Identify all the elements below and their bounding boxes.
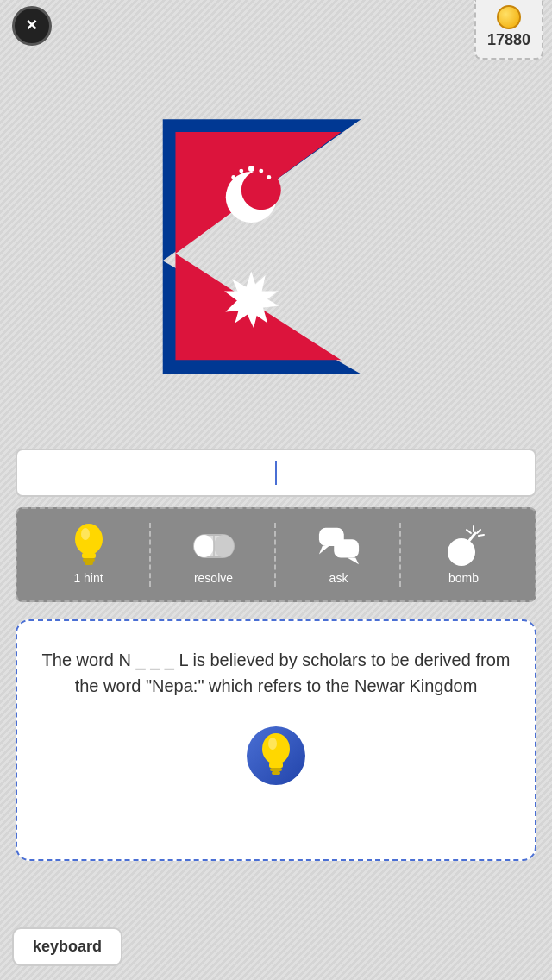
hint-bulb-outer [247, 726, 305, 785]
svg-line-29 [479, 535, 484, 536]
svg-rect-12 [82, 553, 96, 558]
hint-text: The word N _ _ _ L is believed by schola… [41, 647, 511, 699]
svg-point-11 [75, 524, 103, 555]
ask-label: ask [329, 571, 348, 585]
top-bar: × [0, 0, 552, 52]
hint-tool[interactable]: 1 hint [26, 509, 151, 600]
svg-marker-23 [347, 557, 358, 564]
bomb-icon [442, 525, 486, 568]
svg-point-24 [448, 538, 475, 566]
svg-marker-21 [318, 546, 329, 555]
nepal-flag [155, 112, 397, 388]
svg-rect-31 [269, 763, 283, 768]
svg-point-4 [248, 166, 254, 172]
svg-marker-1 [175, 132, 341, 360]
svg-line-27 [467, 530, 471, 533]
flag-area [0, 52, 552, 449]
close-button[interactable]: × [12, 6, 52, 46]
svg-rect-22 [334, 539, 359, 557]
svg-point-34 [268, 738, 277, 750]
bomb-tool[interactable]: bomb [401, 509, 526, 600]
tools-bar: 1 hint resolve ask [16, 507, 536, 602]
close-icon: × [27, 16, 38, 35]
svg-point-3 [242, 170, 281, 210]
svg-line-25 [468, 533, 475, 542]
svg-rect-32 [270, 768, 282, 771]
svg-point-5 [259, 169, 263, 173]
keyboard-button[interactable]: keyboard [12, 927, 122, 966]
svg-rect-14 [85, 562, 93, 565]
svg-rect-17 [194, 535, 214, 557]
capsule-icon [192, 525, 235, 568]
svg-rect-13 [83, 558, 95, 562]
answer-input-area[interactable] [16, 449, 536, 497]
svg-point-8 [231, 175, 235, 179]
svg-rect-18 [214, 535, 234, 557]
svg-point-15 [81, 528, 90, 540]
svg-point-30 [262, 733, 290, 764]
chat-icon [317, 525, 361, 568]
text-cursor [275, 461, 277, 485]
resolve-tool[interactable]: resolve [151, 509, 276, 600]
resolve-label: resolve [194, 571, 233, 585]
hint-bulb-container [245, 725, 307, 787]
ask-tool[interactable]: ask [276, 509, 401, 600]
svg-point-6 [239, 169, 243, 173]
svg-rect-33 [272, 771, 280, 775]
svg-point-7 [267, 175, 271, 179]
lightbulb-icon [67, 525, 110, 568]
hint-label: 1 hint [73, 571, 103, 585]
svg-line-28 [477, 530, 480, 533]
hint-box: The word N _ _ _ L is believed by schola… [16, 619, 536, 861]
bomb-label: bomb [448, 571, 479, 585]
